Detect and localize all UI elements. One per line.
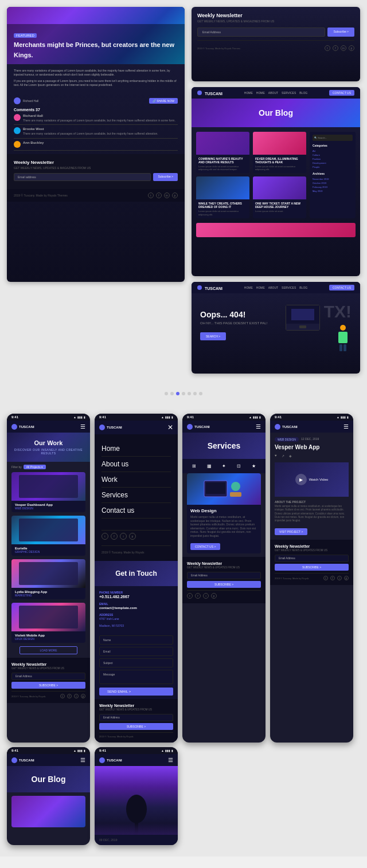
nl-twitter-icon[interactable]: t xyxy=(325,45,330,51)
cat-fashion[interactable]: Fashion xyxy=(313,158,353,160)
status-icons-2: ▲ ▮▮▮ ▮ xyxy=(161,415,173,419)
err-nav-home[interactable]: HOME xyxy=(244,286,253,289)
contact-btn-nav[interactable]: CONTACT US xyxy=(329,90,354,96)
cat-people[interactable]: People xyxy=(313,166,353,168)
srv-ig[interactable]: i xyxy=(203,593,209,599)
subject-field[interactable]: Subject xyxy=(99,658,173,667)
project-card-3[interactable]: Lydia Blogging App MARKETING xyxy=(11,559,85,599)
close-icon[interactable]: ✕ xyxy=(167,423,173,431)
error-search-btn[interactable]: SEARCH > xyxy=(200,332,226,340)
nl-facebook-icon[interactable]: f xyxy=(333,45,338,51)
email-field[interactable]: Email xyxy=(99,647,173,656)
archive-feb2019[interactable]: February 2019 xyxy=(313,186,353,188)
name-field[interactable]: Name xyxy=(99,635,173,645)
work-twitter[interactable]: t xyxy=(60,694,65,698)
message-field[interactable]: Message xyxy=(99,670,173,684)
hamburger-icon-4[interactable]: ☰ xyxy=(343,423,349,430)
cat-art[interactable]: Art xyxy=(313,150,353,152)
nav-home2[interactable]: HOME xyxy=(256,91,265,95)
nl-email-input[interactable]: Email Address xyxy=(197,28,325,37)
service-contact-btn[interactable]: CONTACT US > xyxy=(190,543,220,550)
menu-ig[interactable]: i xyxy=(120,533,127,540)
hamburger-icon-6[interactable]: ☰ xyxy=(168,757,173,763)
nl-pinterest-icon[interactable]: p xyxy=(349,45,354,51)
err-nav-about[interactable]: ABOUT xyxy=(268,286,278,289)
menu-item-services[interactable]: Services xyxy=(101,488,171,503)
nl-subscribe-btn[interactable]: Subscribe > xyxy=(327,28,354,37)
menu-fb[interactable]: f xyxy=(111,533,118,540)
err-nav-blog[interactable]: BLOG xyxy=(299,286,307,289)
project-img-4 xyxy=(11,603,85,631)
srv-pi[interactable]: p xyxy=(211,593,217,599)
err-nav-home2[interactable]: HOME xyxy=(256,286,265,289)
services-nl-input[interactable]: Email Address xyxy=(187,572,261,579)
proj-fb[interactable]: f xyxy=(330,576,335,580)
proj-twitter[interactable]: t xyxy=(323,576,328,580)
dot-4[interactable] xyxy=(182,392,185,395)
contact-nl-btn[interactable]: SUBSCRIBE > xyxy=(99,723,173,730)
menu-item-about[interactable]: About us xyxy=(101,457,171,472)
menu-pi[interactable]: p xyxy=(129,533,136,540)
blog-post-card-1[interactable] xyxy=(11,796,85,827)
proj-ig[interactable]: i xyxy=(337,576,342,580)
contact-nl-input[interactable]: Email Address xyxy=(99,714,173,721)
newsletter-subscribe-btn[interactable]: Subscribe > xyxy=(153,173,178,181)
pinterest-icon[interactable]: p xyxy=(172,193,178,198)
srv-fb[interactable]: f xyxy=(195,593,201,599)
hamburger-icon-3[interactable]: ☰ xyxy=(256,423,261,430)
menu-twitter[interactable]: t xyxy=(101,533,108,540)
twitter-icon[interactable]: t xyxy=(148,193,154,198)
menu-item-contact[interactable]: Contact us xyxy=(101,503,171,519)
nav-home[interactable]: HOME xyxy=(244,91,253,95)
work-ig[interactable]: i xyxy=(74,694,79,698)
mobile-row-1: 9:41 ▲ ▮▮▮ ▮ TUSCANI ☰ Our Work DISCOVER… xyxy=(7,414,360,743)
nl-instagram-icon[interactable]: in xyxy=(341,45,346,51)
hamburger-icon-5[interactable]: ☰ xyxy=(80,757,85,763)
project-card-1[interactable]: Vesper Dashboard App WEB DESIGN xyxy=(11,472,85,512)
archive-nov2019[interactable]: November 2019 xyxy=(313,178,353,180)
work-pi[interactable]: p xyxy=(81,694,85,698)
share-icon[interactable]: ↗ xyxy=(282,454,284,458)
load-more-button[interactable]: LOAD MORE xyxy=(19,646,78,654)
hamburger-icon-1[interactable]: ☰ xyxy=(80,423,85,430)
instagram-icon[interactable]: in xyxy=(164,193,170,198)
archive-may2019[interactable]: May 2019 xyxy=(313,190,353,193)
play-button[interactable]: ▶ xyxy=(295,474,307,485)
project-nl-input[interactable]: Email Address xyxy=(275,555,349,562)
archive-oct2019[interactable]: October 2019 xyxy=(313,182,353,184)
project-nl-btn[interactable]: SUBSCRIBE > xyxy=(275,564,349,571)
filter-button[interactable]: All Projects ▾ xyxy=(24,465,46,469)
dot-3-active[interactable] xyxy=(176,392,179,395)
dot-1[interactable] xyxy=(165,392,168,395)
dot-6[interactable] xyxy=(193,392,197,395)
dot-7[interactable] xyxy=(199,392,202,395)
work-nl-btn[interactable]: SUBSCRIBE > xyxy=(11,682,85,689)
srv-twitter[interactable]: t xyxy=(187,593,193,599)
project-card-2[interactable]: Eurielle GRAPHIC DESIGN xyxy=(11,516,85,556)
comments-section: Comments 37 Richard Hall There are many … xyxy=(14,108,178,151)
menu-item-home[interactable]: Home xyxy=(101,441,171,457)
newsletter-email-input[interactable]: Email address xyxy=(14,173,151,181)
nav-about[interactable]: ABOUT xyxy=(268,91,278,95)
nav-services[interactable]: SERVICES xyxy=(282,91,296,95)
dot-5[interactable] xyxy=(188,392,191,395)
share-button[interactable]: 🔗 SHARE NOW xyxy=(149,98,178,104)
project-detail-title: Vesper Web App xyxy=(275,444,349,450)
services-nl-btn[interactable]: SUBSCRIBE > xyxy=(187,581,261,588)
project-card-4[interactable]: Violett Mobile App UI/UX DESIGN xyxy=(11,603,85,643)
err-nav-services[interactable]: SERVICES xyxy=(282,286,296,289)
visit-project-btn[interactable]: VISIT PROJECT > xyxy=(275,528,307,535)
like-icon[interactable]: ♥ xyxy=(275,454,277,458)
proj-pi[interactable]: p xyxy=(344,576,349,580)
send-email-btn[interactable]: SEND EMAIL > xyxy=(99,688,173,696)
facebook-icon[interactable]: f xyxy=(156,193,162,198)
err-contact-btn[interactable]: CONTACT US xyxy=(329,285,354,290)
dot-2[interactable] xyxy=(170,392,174,395)
menu-item-work[interactable]: Work xyxy=(101,472,171,488)
cat-development[interactable]: Development xyxy=(313,162,353,164)
work-fb[interactable]: f xyxy=(67,694,72,698)
work-nl-input[interactable]: Email Address xyxy=(11,673,85,680)
bookmark-icon[interactable]: ◈ xyxy=(289,454,292,458)
nav-blog[interactable]: BLOG xyxy=(299,91,307,95)
cat-culture[interactable]: Culture xyxy=(313,154,353,156)
